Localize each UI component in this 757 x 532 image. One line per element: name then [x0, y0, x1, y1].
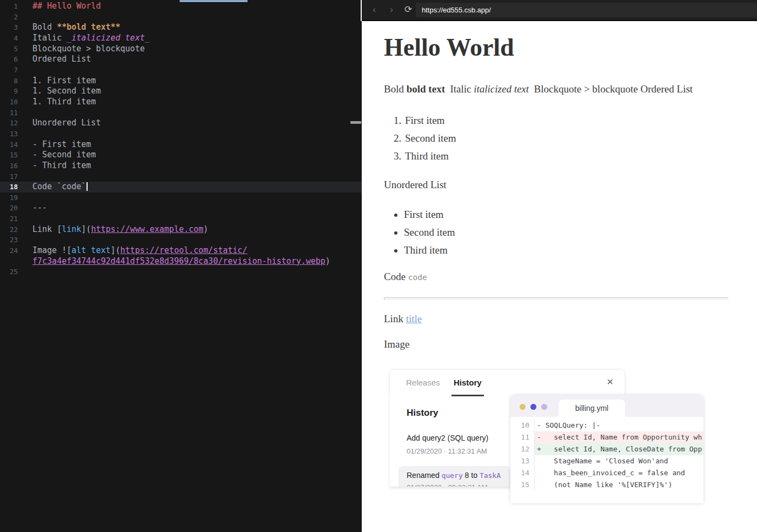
- editor-line[interactable]: 91. Second item: [0, 86, 362, 97]
- editor-line[interactable]: 25: [0, 267, 362, 277]
- line-content: 1. Second item: [18, 86, 101, 97]
- line-number: 22: [0, 224, 18, 235]
- image-tabs-header: Releases History ✕: [390, 370, 625, 396]
- embedded-image: Releases History ✕ History Add query2 (S…: [390, 370, 703, 487]
- line-number: 3: [0, 22, 18, 33]
- editor-line[interactable]: 22Link [link](https://www.example.com): [0, 224, 362, 235]
- line-content: Blockquote > blockquote: [18, 44, 145, 55]
- editor-line[interactable]: 16- Third item: [0, 161, 362, 171]
- link-label: Link: [384, 313, 403, 324]
- intro-segment: italicized text: [474, 83, 529, 95]
- line-content: [18, 267, 32, 277]
- browser-toolbar: ‹ › ⟳ https://ed555.csb.app/: [362, 0, 757, 21]
- markdown-editor-pane[interactable]: 1## Hello World23Bold **bold text**4Ital…: [0, 0, 362, 532]
- editor-line[interactable]: 5Blockquote > blockquote: [0, 44, 362, 55]
- editor-line[interactable]: 7: [0, 65, 362, 76]
- history-entry-title: Renamed query 8 to TaskA: [407, 471, 501, 480]
- line-content: 1. First item: [18, 76, 96, 87]
- line-content: - First item: [18, 139, 91, 150]
- line-number: 8: [0, 76, 18, 87]
- image-tab-releases: Releases: [406, 378, 440, 387]
- line-content: Link [link](https://www.example.com): [18, 224, 208, 235]
- line-number: 1: [0, 1, 18, 12]
- editor-line[interactable]: 1## Hello World: [0, 1, 362, 12]
- line-content: [18, 235, 32, 245]
- history-entry-title: Add query2 (SQL query): [407, 434, 488, 442]
- editor-line[interactable]: 12Unordered List: [0, 118, 362, 129]
- diff-row: 12+ select Id, Name, CloseDate from Opp: [510, 443, 703, 455]
- line-content: [18, 192, 32, 203]
- diff-file-tab: billing.yml: [559, 400, 625, 417]
- editor-line[interactable]: 101. Third item: [0, 97, 362, 108]
- line-number: 10: [0, 97, 18, 108]
- close-icon: ✕: [607, 377, 614, 388]
- intro-segment: Blockquote > blockquote Ordered List: [529, 83, 693, 95]
- line-content: [18, 214, 32, 224]
- entry-text: 8: [463, 471, 472, 480]
- diff-code-area: 10- SOQLQuery: |-11- select Id, Name fro…: [510, 417, 703, 491]
- unordered-list-label: Unordered List: [384, 179, 728, 191]
- line-number: 25: [0, 267, 18, 277]
- line-number: 23: [0, 235, 18, 245]
- line-content: Ordered List: [18, 54, 91, 65]
- diff-line-text: StageName = 'Closed Won'and: [535, 455, 703, 467]
- line-content: ## Hello World: [18, 1, 101, 12]
- diff-row: 14 has_been_invoiced_c = false and: [510, 467, 703, 479]
- editor-line[interactable]: 14- First item: [0, 139, 362, 150]
- editor-line[interactable]: 23: [0, 235, 362, 245]
- split-drag-handle[interactable]: [350, 121, 361, 124]
- line-content: Unordered List: [18, 118, 101, 129]
- editor-line[interactable]: 19: [0, 192, 362, 203]
- editor-line[interactable]: 20---: [0, 203, 362, 214]
- window-dot-icon: [541, 404, 547, 410]
- editor-line[interactable]: 24Image ![alt text](https://retool.com/s…: [0, 245, 362, 256]
- diff-line-number: 15: [510, 479, 535, 491]
- diff-row: 10- SOQLQuery: |-: [510, 420, 703, 431]
- line-content: 1. Third item: [18, 97, 96, 108]
- editor-line[interactable]: 4Italic _italicized text_: [0, 33, 362, 44]
- line-number: 17: [0, 171, 18, 182]
- line-content: f7c3a4ef34744c92d441df532e8d3969/8ca30/r…: [18, 256, 330, 267]
- line-number: 14: [0, 139, 18, 150]
- editor-line[interactable]: 15- Second item: [0, 150, 362, 161]
- intro-segment: Italic: [445, 83, 474, 95]
- unordered-list: First itemSecond itemThird item: [384, 208, 728, 258]
- line-content: - Third item: [18, 161, 91, 171]
- refresh-icon[interactable]: ⟳: [403, 4, 414, 16]
- editor-line[interactable]: 21: [0, 214, 362, 224]
- editor-line[interactable]: 2: [0, 12, 362, 23]
- rendered-markdown-preview: Hello World Bold bold text Italic italic…: [362, 21, 757, 532]
- diff-line-text: has_been_invoiced_c = false and: [535, 467, 703, 479]
- line-content: Code `code`: [18, 182, 88, 192]
- editor-line[interactable]: 6Ordered List: [0, 54, 362, 65]
- editor-line[interactable]: 18Code `code`: [0, 182, 362, 192]
- diff-row: 11- select Id, Name from Opportunity wh: [510, 431, 703, 443]
- inline-code: code: [408, 273, 427, 282]
- title-link[interactable]: title: [406, 313, 422, 324]
- editor-line[interactable]: 3Bold **bold text**: [0, 22, 362, 33]
- back-icon[interactable]: ‹: [369, 4, 380, 16]
- line-content: Image ![alt text](https://retool.com/sta…: [18, 245, 247, 256]
- url-bar[interactable]: https://ed555.csb.app/: [416, 3, 757, 17]
- history-entry-highlighted: Renamed query 8 to TaskA 01/27/2020 · 09…: [399, 466, 510, 487]
- line-number: [0, 256, 18, 267]
- editor-code-area[interactable]: 1## Hello World23Bold **bold text**4Ital…: [0, 1, 362, 277]
- line-number: 21: [0, 214, 18, 224]
- history-entry-time: 01/29/2020 · 11:32:31 AM: [407, 447, 487, 455]
- line-number: 9: [0, 86, 18, 97]
- diff-line-number: 11: [510, 431, 535, 443]
- unordered-list-item: Second item: [404, 225, 728, 240]
- diff-line-text: + select Id, Name, CloseDate from Opp: [535, 443, 703, 455]
- line-number: 2: [0, 12, 18, 23]
- history-panel-title: History: [407, 408, 439, 418]
- editor-line[interactable]: 17: [0, 171, 362, 182]
- unordered-list-item: First item: [404, 208, 728, 222]
- editor-line[interactable]: f7c3a4ef34744c92d441df532e8d3969/8ca30/r…: [0, 256, 362, 267]
- intro-segment: Bold: [384, 83, 407, 95]
- line-number: 19: [0, 192, 18, 203]
- forward-icon[interactable]: ›: [386, 4, 397, 16]
- editor-line[interactable]: 13: [0, 129, 362, 139]
- editor-line[interactable]: 11: [0, 108, 362, 118]
- editor-line[interactable]: 81. First item: [0, 76, 362, 87]
- diff-row: 13 StageName = 'Closed Won'and: [510, 455, 703, 467]
